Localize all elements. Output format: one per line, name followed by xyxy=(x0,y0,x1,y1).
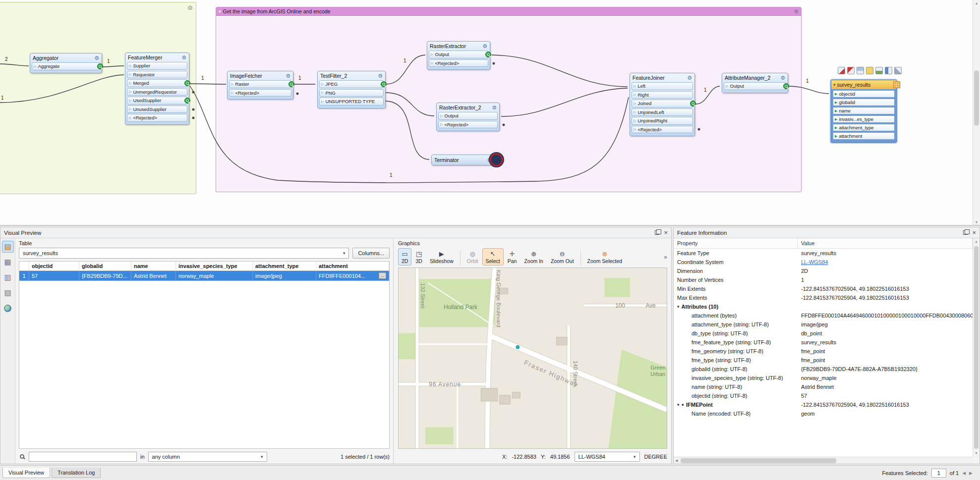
next-feature-icon[interactable]: ▶ xyxy=(969,471,973,476)
port-aggregate[interactable]: ▷Aggregate xyxy=(32,62,100,70)
feature-cache-icon[interactable] xyxy=(381,81,387,87)
transformer-rasterextractor[interactable]: RasterExtractor⚙ ▷Output ▷<Rejected> xyxy=(427,41,490,70)
port-rejected[interactable]: ▷<Rejected> xyxy=(229,89,291,97)
tool-select-button[interactable]: ↖Select xyxy=(482,248,504,266)
visual-preview-header[interactable]: Visual Preview × xyxy=(0,227,671,238)
feature-cache-icon[interactable] xyxy=(184,80,190,86)
gear-icon[interactable]: ⚙ xyxy=(286,73,290,79)
scroll-up-icon[interactable]: ▲ xyxy=(973,238,980,245)
cell-objectid[interactable]: 57 xyxy=(29,271,79,281)
expand-cell-button[interactable]: ... xyxy=(379,272,386,279)
port-joined[interactable]: ▷Joined xyxy=(632,100,693,107)
scrollbar-thumb[interactable] xyxy=(974,70,979,126)
tool-zoom-selected-button[interactable]: ⊕Zoom Selected xyxy=(584,248,626,266)
writer-quick-action-toolbar[interactable] xyxy=(838,67,902,74)
writer-field-objectid[interactable]: ▶objectid xyxy=(833,90,895,98)
transformer-featurejoiner[interactable]: FeatureJoiner⚙ ▷Left ▷Right ▷Joined ▷Unj… xyxy=(630,73,695,136)
writer-action-icon-3[interactable] xyxy=(857,67,864,74)
cell-globalid[interactable]: {FB29BDB9-79D... xyxy=(79,271,131,281)
close-icon[interactable]: × xyxy=(664,230,668,235)
feature-information-header[interactable]: Feature Information × xyxy=(674,227,980,238)
scrollbar-thumb[interactable] xyxy=(681,458,836,463)
previous-feature-icon[interactable]: ◀ xyxy=(962,471,966,476)
feature-cache-icon[interactable] xyxy=(97,63,103,69)
column-header[interactable]: attachment_type xyxy=(253,262,316,271)
column-header[interactable]: objectid xyxy=(29,262,79,271)
coordinate-system-select[interactable]: LL-WGS84 ▾ xyxy=(575,452,640,462)
close-icon[interactable]: × xyxy=(972,230,976,235)
writer-field-attachment-type[interactable]: ▶attachment_type xyxy=(833,124,895,131)
scrollbar-thumb[interactable] xyxy=(974,246,979,449)
bookmark-titlebar[interactable]: ▾ Get the image from ArcGIS Online and e… xyxy=(216,7,801,16)
table-view-button[interactable]: ▦ xyxy=(2,256,14,268)
gear-icon[interactable]: ⚙ xyxy=(187,4,193,11)
gear-icon[interactable]: ⚙ xyxy=(181,54,186,61)
port-supplier[interactable]: ▷Supplier xyxy=(127,62,187,70)
feature-cache-icon[interactable] xyxy=(690,101,696,107)
table-search-input[interactable] xyxy=(29,452,137,462)
port-output[interactable]: ▷Output xyxy=(724,82,786,90)
writer-field-name[interactable]: ▶name xyxy=(833,107,895,114)
port-png[interactable]: ▷PNG xyxy=(319,89,384,97)
gear-icon[interactable]: ⚙ xyxy=(482,43,487,50)
transformer-terminator[interactable]: Terminator⚙ xyxy=(431,155,495,165)
tool-orbit-button[interactable]: ◍Orbit xyxy=(463,248,482,266)
writer-action-icon-6[interactable] xyxy=(885,67,892,74)
float-panel-icon[interactable] xyxy=(655,230,659,235)
port-unjoinedleft[interactable]: ▷UnjoinedLeft xyxy=(632,108,693,116)
coordinate-system-link[interactable]: LL-WGS84 xyxy=(798,259,973,265)
collapse-caret-icon[interactable]: ▾ xyxy=(833,82,836,87)
transformer-featuremerger[interactable]: FeatureMerger⚙ ▷Supplier ▷Requestor ▷Mer… xyxy=(125,53,189,125)
tab-translation-log[interactable]: Translation Log xyxy=(52,468,101,478)
scroll-up-icon[interactable]: ▲ xyxy=(973,0,980,7)
port-rejected[interactable]: ▷<Rejected> xyxy=(632,126,693,134)
bookmark-group-encode[interactable]: ▾ Get the image from ArcGIS Online and e… xyxy=(216,7,802,192)
column-header[interactable]: globalid xyxy=(79,262,131,271)
port-left[interactable]: ▷Left xyxy=(632,82,693,90)
float-panel-icon[interactable] xyxy=(963,230,968,235)
port-requestor[interactable]: ▷Requestor xyxy=(127,71,187,79)
tool-3d-button[interactable]: ◳3D xyxy=(412,248,425,266)
scroll-down-icon[interactable]: ▼ xyxy=(973,450,980,457)
value-column-header[interactable]: Value xyxy=(798,238,973,248)
writer-action-icon-7[interactable] xyxy=(894,67,902,74)
attribute-table[interactable]: objectid globalid name invasive_species_… xyxy=(19,261,390,449)
collapse-caret-icon[interactable]: ▾ xyxy=(219,9,221,14)
gear-icon[interactable]: ⚙ xyxy=(780,75,785,81)
search-column-select[interactable]: any column ▾ xyxy=(148,452,267,462)
column-header[interactable]: invasive_species_type xyxy=(176,262,253,271)
feature-cache-icon[interactable] xyxy=(288,81,294,87)
feature-cache-icon[interactable] xyxy=(184,98,190,104)
transformer-attributemanager[interactable]: AttributeManager_2⚙ ▷Output xyxy=(722,73,788,93)
property-column-header[interactable]: Property xyxy=(674,238,798,248)
tool-2d-button[interactable]: ▭2D xyxy=(398,248,411,266)
column-header[interactable]: attachment xyxy=(316,262,389,271)
transformer-rasterextractor-2[interactable]: RasterExtractor_2⚙ ▷Output ▷<Rejected> xyxy=(436,103,500,131)
cell-attachment[interactable]: FFD8FFE000104...... xyxy=(316,271,389,281)
port-rejected[interactable]: ▷<Rejected> xyxy=(438,121,498,129)
writer-field-invasive-species-type[interactable]: ▶invasiv...es_type xyxy=(833,115,895,123)
scroll-down-icon[interactable]: ▼ xyxy=(973,219,980,226)
table-row[interactable]: 1 57 {FB29BDB9-79D... Astrid Bennet norw… xyxy=(19,271,389,281)
tab-visual-preview[interactable]: Visual Preview xyxy=(2,468,50,478)
port-raster[interactable]: ▷Raster xyxy=(229,80,291,88)
writer-action-icon-4[interactable] xyxy=(866,67,873,74)
port-unsupported-type[interactable]: ▷UNSUPPORTED TYPE xyxy=(319,98,384,106)
transformer-aggregator[interactable]: Aggregator⚙ ▷Aggregate xyxy=(30,53,102,73)
writer-field-globalid[interactable]: ▶globalid xyxy=(833,99,895,106)
port-unjoinedright[interactable]: ▷UnjoinedRight xyxy=(632,117,693,125)
tool-slideshow-button[interactable]: ▶Slideshow xyxy=(426,248,457,266)
writer-action-icon-1[interactable] xyxy=(838,67,845,74)
writer-action-icon-5[interactable] xyxy=(875,67,883,74)
port-unmergedrequestor[interactable]: ▷UnmergedRequestor xyxy=(127,88,187,96)
port-rejected[interactable]: ▷<Rejected> xyxy=(127,114,187,122)
writer-action-icon-2[interactable] xyxy=(847,67,855,74)
cell-name[interactable]: Astrid Bennet xyxy=(131,271,176,281)
cell-invasive-species-type[interactable]: norway_maple xyxy=(176,271,253,281)
workflow-canvas[interactable]: ⚙ ▾ Get the image from ArcGIS Online and… xyxy=(0,0,980,226)
tool-pan-button[interactable]: ✛Pan xyxy=(504,248,520,266)
transformer-testfilter[interactable]: TestFilter_2⚙ ▷JPEG ▷PNG ▷UNSUPPORTED TY… xyxy=(317,71,386,108)
transformer-imagefetcher[interactable]: ImageFetcher⚙ ▷Raster ▷<Rejected> xyxy=(227,71,293,100)
cell-attachment-type[interactable]: image/jpeg xyxy=(253,271,316,281)
gear-icon[interactable]: ⚙ xyxy=(94,55,99,61)
